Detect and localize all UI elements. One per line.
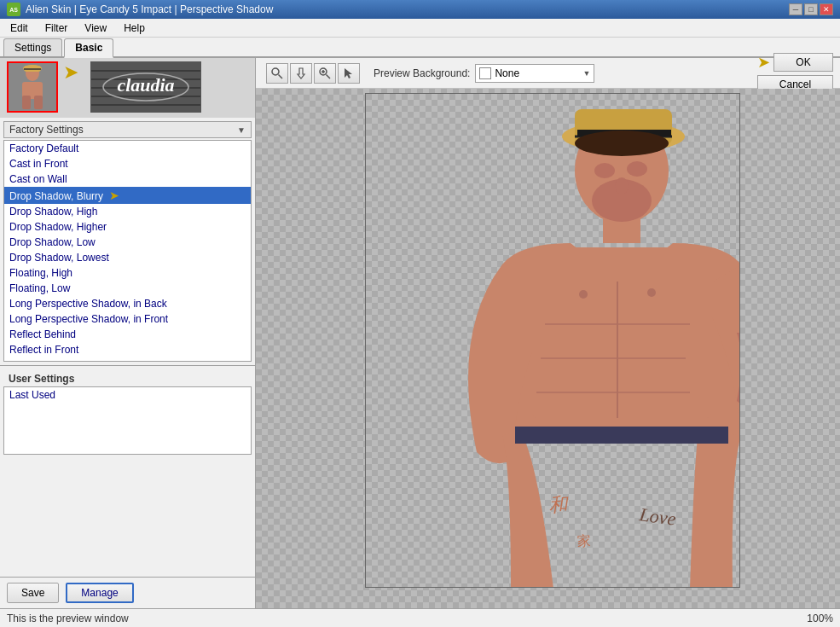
app-icon: AS [7, 3, 20, 16]
settings-header-label: Factory Settings [9, 124, 84, 136]
preview-svg: 和 家 Love [366, 94, 740, 588]
title-bar: AS Alien Skin | Eye Candy 5 Impact | Per… [0, 0, 840, 19]
hint-arrow-icon: ➤ [109, 189, 119, 202]
preview-bg-color-swatch: None ▼ [475, 64, 594, 83]
color-swatch [479, 67, 491, 79]
status-message: This is the preview window [7, 612, 129, 624]
svg-point-33 [594, 163, 615, 178]
list-item-factory-default[interactable]: Factory Default [4, 141, 251, 156]
thumbnail-row: ➤ claudia [0, 58, 255, 118]
factory-settings-section: Factory Settings ▼ Factory Default Cast … [0, 118, 255, 366]
tab-basic[interactable]: Basic [64, 38, 113, 58]
menu-filter[interactable]: Filter [38, 20, 75, 36]
zoom-tool-button[interactable] [266, 63, 288, 84]
zoom-in-tool-button[interactable] [314, 63, 336, 84]
main-content: ➤ claudia [0, 58, 840, 608]
list-item-long-perspective-back[interactable]: Long Perspective Shadow, in Back [4, 296, 251, 311]
window-title: Alien Skin | Eye Candy 5 Impact | Perspe… [26, 3, 273, 15]
preview-image-area: 和 家 Love [365, 93, 740, 588]
svg-point-42 [579, 290, 588, 299]
menu-view[interactable]: View [78, 20, 113, 36]
menu-help[interactable]: Help [117, 20, 152, 36]
svg-rect-3 [22, 96, 31, 109]
claudia-thumbnail: claudia [90, 61, 201, 113]
manage-button[interactable]: Manage [66, 583, 133, 603]
list-item-reflect-in-front[interactable]: Reflect in Front [4, 342, 251, 357]
ok-button[interactable]: OK [773, 53, 833, 72]
svg-text:家: 家 [576, 533, 591, 549]
minimize-button[interactable]: ─ [789, 3, 802, 15]
svg-point-34 [627, 161, 647, 177]
save-button[interactable]: Save [7, 583, 59, 603]
list-item-drop-shadow-lowest[interactable]: Drop Shadow, Lowest [4, 250, 251, 265]
svg-rect-4 [34, 96, 43, 109]
menu-edit[interactable]: Edit [3, 20, 35, 36]
settings-list[interactable]: Factory Default Cast in Front Cast on Wa… [3, 140, 252, 362]
tab-bar: Settings Basic [0, 38, 840, 58]
user-settings-section: User Settings Last Used [0, 366, 255, 577]
list-item-drop-shadow-high[interactable]: Drop Shadow, High [4, 204, 251, 219]
list-item-reflect-in-front-faint[interactable]: Reflect in Front - Faint [4, 357, 251, 362]
list-item-drop-shadow-low[interactable]: Drop Shadow, Low [4, 235, 251, 250]
right-panel: Preview Background: None ▼ ➤ OK Cancel [256, 58, 840, 608]
list-item-drop-shadow-blurry[interactable]: Drop Shadow, Blurry ➤ [4, 187, 251, 204]
svg-point-43 [647, 288, 656, 297]
preview-bg-value: None [495, 67, 582, 79]
maximize-button[interactable]: □ [804, 3, 818, 15]
list-item-cast-in-front[interactable]: Cast in Front [4, 156, 251, 171]
user-settings-label: User Settings [3, 369, 252, 386]
user-settings-list[interactable]: Last Used [3, 386, 252, 455]
svg-point-16 [272, 68, 279, 75]
select-tool-button[interactable] [338, 63, 360, 84]
action-buttons: ➤ OK Cancel [757, 53, 833, 94]
main-thumbnail [7, 61, 58, 113]
list-item-reflect-behind[interactable]: Reflect Behind [4, 327, 251, 342]
svg-rect-47 [515, 427, 728, 444]
svg-text:和: 和 [547, 493, 570, 516]
toolbar-icons [266, 63, 360, 84]
list-item-cast-on-wall[interactable]: Cast on Wall [4, 171, 251, 187]
svg-point-36 [615, 177, 629, 194]
svg-text:claudia: claudia [117, 74, 174, 96]
list-item-drop-shadow-higher[interactable]: Drop Shadow, Higher [4, 219, 251, 235]
status-bar: This is the preview window 100% [0, 608, 840, 627]
pan-tool-button[interactable] [290, 63, 312, 84]
preview-toolbar: Preview Background: None ▼ ➤ OK Cancel [256, 58, 840, 89]
list-item-last-used[interactable]: Last Used [4, 387, 251, 403]
svg-line-19 [327, 74, 331, 78]
svg-point-32 [575, 131, 669, 156]
preview-bg-dropdown-icon: ▼ [582, 69, 590, 78]
preview-bg-selector: Preview Background: None ▼ [374, 64, 594, 83]
zoom-level: 100% [807, 612, 833, 624]
window-controls: ─ □ ✕ [789, 3, 833, 15]
close-button[interactable]: ✕ [820, 3, 833, 15]
list-item-long-perspective-front[interactable]: Long Perspective Shadow, in Front [4, 311, 251, 327]
settings-dropdown-icon: ▼ [237, 125, 246, 135]
left-panel: ➤ claudia [0, 58, 256, 608]
list-item-floating-high[interactable]: Floating, High [4, 265, 251, 281]
list-item-floating-low[interactable]: Floating, Low [4, 281, 251, 296]
tab-settings[interactable]: Settings [3, 38, 62, 56]
bottom-buttons: Save Manage [0, 577, 255, 608]
preview-canvas: 和 家 Love [256, 89, 840, 608]
settings-header[interactable]: Factory Settings ▼ [3, 121, 252, 138]
svg-line-17 [279, 74, 283, 78]
preview-bg-label: Preview Background: [374, 67, 470, 79]
menu-bar: Edit Filter View Help [0, 19, 840, 38]
ok-cursor-icon: ➤ [757, 53, 770, 72]
